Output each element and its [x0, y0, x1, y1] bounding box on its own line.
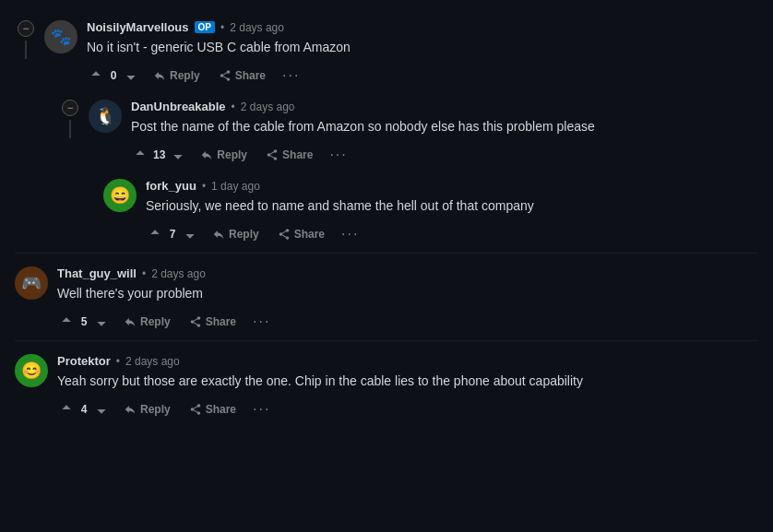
share-button-will[interactable]: Share	[184, 313, 242, 331]
share-button-noisy[interactable]: Share	[213, 66, 271, 85]
share-label-prot: Share	[206, 403, 236, 416]
upvote-noisy[interactable]	[87, 67, 105, 84]
vote-count-prot: 4	[79, 403, 89, 416]
timestamp-noisy: •	[220, 21, 224, 34]
comment-prot: 😊 Protektor • 2 days ago Yeah sorry but …	[15, 345, 758, 424]
downvote-noisy[interactable]	[122, 67, 140, 84]
thread-line	[25, 41, 27, 59]
upvote-fork[interactable]	[146, 226, 164, 242]
comment-will: 🎮 That_guy_will • 2 days ago Well there'…	[15, 257, 758, 337]
comment-content-dan: DanUnbreakable • 2 days ago Post the nam…	[131, 100, 758, 166]
avatar-prot: 😊	[15, 354, 48, 387]
comment-body-prot: Yeah sorry but those are exactly the one…	[57, 372, 758, 391]
time-noisy: 2 days ago	[230, 21, 284, 34]
comment-actions-noisy: 0 Reply Share ···	[87, 65, 758, 87]
reply-label-noisy: Reply	[170, 69, 200, 82]
sep-will: •	[142, 267, 146, 280]
comment-body-fork: Seriously, we need to name and shame the…	[146, 196, 758, 216]
downvote-dan[interactable]	[169, 147, 187, 163]
comment-noisy: − 🐾 NoisilyMarvellous OP • 2 days ago No…	[15, 11, 758, 90]
share-label-fork: Share	[294, 228, 325, 241]
reply-label-prot: Reply	[140, 403, 171, 416]
thread-line-dan	[69, 120, 71, 138]
comment-content-noisy: NoisilyMarvellous OP • 2 days ago No it …	[87, 20, 758, 87]
thread-line-wrap: −	[15, 20, 37, 59]
vote-count-noisy: 0	[109, 69, 118, 82]
sep-prot: •	[116, 355, 120, 368]
share-label-will: Share	[206, 315, 236, 328]
comment-actions-prot: 4 Reply Share ···	[57, 398, 758, 420]
vote-count-will: 5	[79, 315, 89, 328]
username-noisy: NoisilyMarvellous	[87, 20, 189, 34]
comment-header: NoisilyMarvellous OP • 2 days ago	[87, 20, 758, 34]
sep-dan: •	[232, 100, 235, 113]
share-button-prot[interactable]: Share	[184, 400, 242, 419]
username-prot: Protektor	[57, 354, 111, 368]
reply-button-prot[interactable]: Reply	[118, 400, 176, 419]
comment-content-will: That_guy_will • 2 days ago Well there's …	[57, 266, 758, 333]
avatar-fork: 😄	[103, 179, 137, 212]
upvote-will[interactable]	[57, 313, 76, 330]
comment-body-dan: Post the name of the cable from Amazon s…	[131, 117, 758, 136]
vote-count-dan: 13	[153, 148, 165, 161]
time-dan: 2 days ago	[241, 100, 295, 113]
more-button-fork[interactable]: ···	[338, 223, 363, 245]
share-label-noisy: Share	[235, 69, 266, 82]
share-button-fork[interactable]: Share	[272, 225, 330, 243]
comment-actions-fork: 7 Reply Share ···	[146, 223, 758, 245]
time-fork: 1 day ago	[211, 180, 260, 193]
comment-header-prot: Protektor • 2 days ago	[57, 354, 758, 368]
reply-button-dan[interactable]: Reply	[195, 146, 253, 164]
comment-content-prot: Protektor • 2 days ago Yeah sorry but th…	[57, 354, 758, 420]
time-prot: 2 days ago	[125, 355, 180, 368]
reply-label-will: Reply	[140, 315, 171, 328]
op-badge: OP	[195, 21, 215, 33]
comment-dan: − 🐧 DanUnbreakable • 2 days ago Post the…	[59, 90, 758, 170]
username-fork: fork_yuu	[146, 179, 196, 193]
downvote-will[interactable]	[92, 313, 111, 330]
upvote-dan[interactable]	[131, 147, 149, 163]
thread-line-wrap-dan: −	[59, 100, 81, 138]
upvote-prot[interactable]	[57, 401, 76, 418]
more-button-will[interactable]: ···	[249, 311, 274, 333]
downvote-fork[interactable]	[181, 226, 199, 242]
avatar-will: 🎮	[15, 266, 48, 300]
comment-body-will: Well there's your problem	[57, 284, 758, 303]
reply-button-fork[interactable]: Reply	[207, 225, 265, 243]
comment-content-fork: fork_yuu • 1 day ago Seriously, we need …	[146, 179, 758, 245]
share-button-dan[interactable]: Share	[260, 146, 318, 164]
vote-group-prot: 4	[57, 401, 111, 418]
comment-header-will: That_guy_will • 2 days ago	[57, 266, 758, 280]
collapse-button-dan[interactable]: −	[62, 100, 78, 116]
vote-group-dan: 13	[131, 147, 187, 163]
vote-count-fork: 7	[168, 228, 177, 241]
divider-2	[15, 340, 758, 341]
username-will: That_guy_will	[57, 266, 137, 280]
avatar-noisy: 🐾	[44, 20, 77, 53]
vote-group-will: 5	[57, 313, 111, 330]
comment-actions-will: 5 Reply Share ···	[57, 311, 758, 333]
username-dan: DanUnbreakable	[131, 100, 226, 113]
reply-label-fork: Reply	[229, 228, 259, 241]
reply-button-will[interactable]: Reply	[118, 313, 176, 331]
more-button-prot[interactable]: ···	[249, 398, 274, 420]
comment-header-dan: DanUnbreakable • 2 days ago	[131, 100, 758, 113]
comment-thread: − 🐾 NoisilyMarvellous OP • 2 days ago No…	[15, 11, 758, 424]
vote-group-fork: 7	[146, 226, 199, 242]
comment-body-noisy: No it isn't - generic USB C cable from A…	[87, 38, 758, 57]
downvote-prot[interactable]	[92, 401, 111, 418]
comment-header-fork: fork_yuu • 1 day ago	[146, 179, 758, 193]
reply-button-noisy[interactable]: Reply	[148, 66, 206, 85]
collapse-button[interactable]: −	[18, 20, 34, 37]
reply-label-dan: Reply	[217, 148, 247, 161]
time-will: 2 days ago	[151, 267, 206, 280]
vote-group-noisy: 0	[87, 67, 140, 84]
divider-1	[15, 253, 758, 254]
comment-fork: 😄 fork_yuu • 1 day ago Seriously, we nee…	[103, 170, 758, 249]
share-label-dan: Share	[282, 148, 313, 161]
sep-fork: •	[202, 180, 206, 193]
more-button-noisy[interactable]: ···	[279, 65, 303, 87]
more-button-dan[interactable]: ···	[326, 144, 351, 166]
comment-actions-dan: 13 Reply Share ···	[131, 144, 758, 166]
avatar-dan: 🐧	[89, 100, 122, 133]
